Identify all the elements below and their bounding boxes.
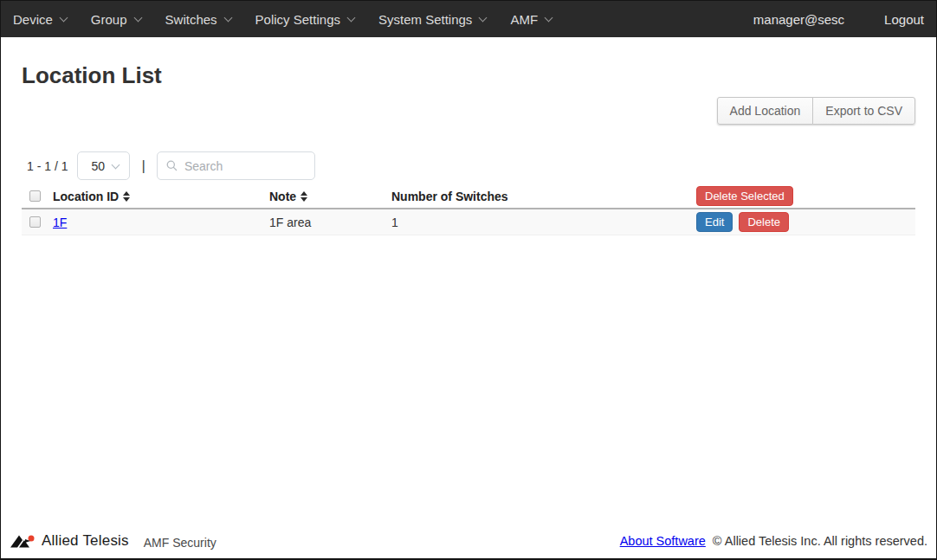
app-window: Device Group Switches Policy Settings Sy… <box>0 0 937 560</box>
top-navbar: Device Group Switches Policy Settings Sy… <box>1 1 936 37</box>
menu-system-settings-label: System Settings <box>378 12 472 27</box>
menu-system-settings[interactable]: System Settings <box>366 1 498 37</box>
column-header-location-id-label: Location ID <box>53 190 119 203</box>
table-row: 1F 1F area 1 Edit Delete <box>22 209 915 235</box>
search-icon <box>166 159 178 172</box>
menu-policy-settings-label: Policy Settings <box>255 12 340 27</box>
chevron-down-icon <box>59 13 68 22</box>
menu-switches[interactable]: Switches <box>153 1 243 37</box>
chevron-down-icon <box>133 13 142 22</box>
page-title: Location List <box>22 63 915 87</box>
logout-button[interactable]: Logout <box>884 12 924 27</box>
column-header-location-id: Location ID <box>53 190 269 203</box>
location-id-link[interactable]: 1F <box>53 216 67 229</box>
brand-name: Allied Telesis <box>42 532 129 550</box>
list-controls: 1 - 1 / 1 50 | <box>27 151 915 180</box>
menu-device-label: Device <box>13 12 53 27</box>
column-header-note: Note <box>269 190 391 203</box>
toolbar: Add Location Export to CSV <box>22 97 915 125</box>
column-header-num-switches: Number of Switches <box>391 190 696 203</box>
copyright-text: © Allied Telesis Inc. All rights reserve… <box>713 534 927 548</box>
product-name: AMF Security <box>144 536 216 550</box>
search-input[interactable] <box>184 159 306 173</box>
logged-in-user: manager@sesc <box>753 12 844 27</box>
pagination-range: 1 - 1 / 1 <box>27 159 68 173</box>
column-header-note-label: Note <box>269 190 296 203</box>
row-actions: Edit Delete <box>696 212 915 232</box>
menu-amf-label: AMF <box>510 12 538 27</box>
menu-switches-label: Switches <box>165 12 217 27</box>
about-software-link[interactable]: About Software <box>620 534 706 548</box>
num-switches-cell: 1 <box>391 216 696 229</box>
sort-icon[interactable] <box>300 191 307 202</box>
menu-device[interactable]: Device <box>13 1 79 37</box>
allied-telesis-logo <box>10 534 36 549</box>
brand-block: Allied Telesis AMF Security <box>10 532 216 550</box>
chevron-down-icon <box>479 13 488 22</box>
chevron-down-icon <box>347 13 356 22</box>
toolbar-button-group: Add Location Export to CSV <box>717 97 915 125</box>
menu-group-label: Group <box>91 12 127 27</box>
page-size-value: 50 <box>91 159 105 173</box>
footer: Allied Telesis AMF Security About Softwa… <box>1 527 936 558</box>
controls-separator: | <box>141 158 145 175</box>
menu-group[interactable]: Group <box>79 1 153 37</box>
chevron-down-icon <box>112 160 120 169</box>
chevron-down-icon <box>545 13 553 22</box>
search-box <box>157 151 315 180</box>
note-cell: 1F area <box>269 216 391 229</box>
delete-selected-button[interactable]: Delete Selected <box>696 186 793 206</box>
select-all-checkbox[interactable] <box>29 190 41 202</box>
delete-button[interactable]: Delete <box>739 212 789 232</box>
page-size-select[interactable]: 50 <box>77 151 130 180</box>
column-header-num-switches-label: Number of Switches <box>391 190 508 203</box>
edit-button[interactable]: Edit <box>696 212 733 232</box>
sort-icon[interactable] <box>123 191 130 202</box>
add-location-button[interactable]: Add Location <box>717 97 814 125</box>
footer-right: About Software © Allied Telesis Inc. All… <box>620 534 927 548</box>
location-table: Location ID Note Number of Switches Dele… <box>22 184 915 235</box>
table-header-row: Location ID Note Number of Switches Dele… <box>22 184 915 209</box>
export-csv-button[interactable]: Export to CSV <box>812 97 915 125</box>
menu-amf[interactable]: AMF <box>498 1 564 37</box>
menu-policy-settings[interactable]: Policy Settings <box>243 1 366 37</box>
chevron-down-icon <box>223 13 232 22</box>
main-content: Location List Add Location Export to CSV… <box>1 37 936 527</box>
row-checkbox[interactable] <box>29 216 41 228</box>
